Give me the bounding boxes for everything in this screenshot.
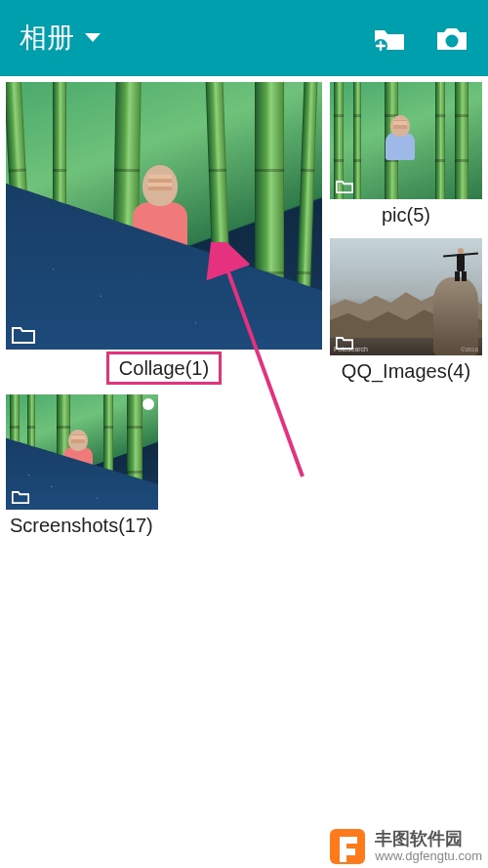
app-bar-title: 相册 [20, 20, 74, 57]
album-screenshots[interactable]: Screenshots(17) [6, 394, 158, 543]
album-qq-images[interactable]: Fotosearch ©2016 QQ_Images(4) [330, 238, 482, 389]
folder-icon [12, 489, 29, 504]
album-qq-label: QQ_Images(4) [330, 355, 482, 389]
album-qq-thumb: Fotosearch ©2016 [330, 238, 482, 355]
app-bar-actions [373, 24, 468, 52]
album-collage-thumb [6, 82, 322, 350]
album-pic-label: pic(5) [330, 199, 482, 232]
folder-icon [12, 324, 35, 344]
svg-point-1 [446, 35, 459, 48]
folder-icon [336, 335, 353, 350]
albums-grid: Collage(1) [0, 76, 488, 549]
watermark: 丰图软件园 www.dgfengtu.com [328, 827, 482, 866]
title-dropdown[interactable]: 相册 [20, 20, 373, 57]
svg-rect-3 [330, 829, 365, 864]
album-pic[interactable]: pic(5) [330, 82, 482, 232]
folder-icon [336, 179, 353, 193]
watermark-logo-icon [328, 827, 367, 866]
app-bar: 相册 [0, 0, 488, 76]
watermark-name: 丰图软件园 [375, 830, 482, 849]
dropdown-icon [84, 32, 102, 44]
album-pic-thumb [330, 82, 482, 199]
watermark-url: www.dgfengtu.com [375, 849, 482, 863]
album-screenshots-thumb [6, 394, 158, 510]
album-collage[interactable]: Collage(1) [6, 82, 322, 391]
album-collage-label: Collage(1) [106, 351, 222, 385]
new-folder-icon[interactable] [373, 24, 406, 52]
camera-icon[interactable] [435, 24, 468, 52]
album-screenshots-label: Screenshots(17) [6, 510, 158, 543]
